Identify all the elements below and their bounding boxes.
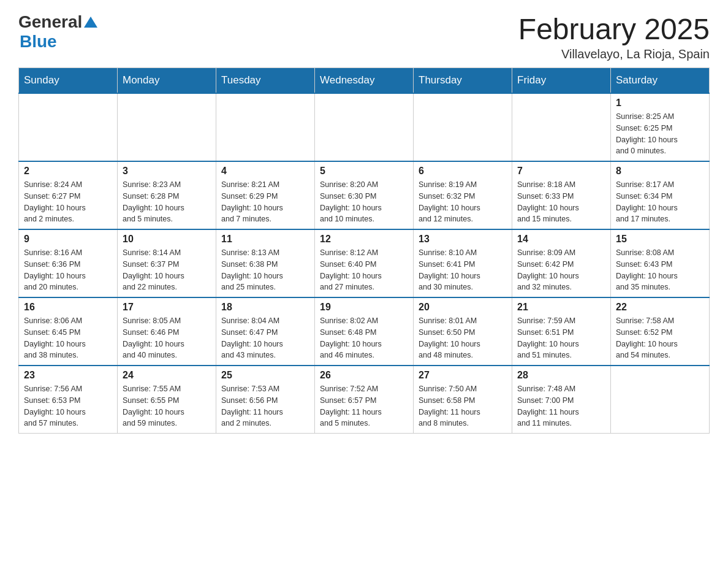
calendar-cell: 5Sunrise: 8:20 AMSunset: 6:30 PMDaylight… — [315, 161, 414, 229]
calendar-cell: 23Sunrise: 7:56 AMSunset: 6:53 PMDayligh… — [19, 366, 118, 434]
calendar-table: SundayMondayTuesdayWednesdayThursdayFrid… — [18, 67, 710, 434]
day-info: Sunrise: 8:12 AMSunset: 6:40 PMDaylight:… — [320, 247, 408, 293]
day-number: 2 — [24, 166, 112, 177]
day-number: 11 — [221, 234, 309, 245]
day-number: 12 — [320, 234, 408, 245]
day-number: 9 — [24, 234, 112, 245]
location-subtitle: Villavelayo, La Rioja, Spain — [518, 47, 710, 61]
calendar-cell: 13Sunrise: 8:10 AMSunset: 6:41 PMDayligh… — [414, 229, 512, 297]
day-info: Sunrise: 7:53 AMSunset: 6:56 PMDaylight:… — [221, 383, 309, 429]
calendar-cell: 18Sunrise: 8:04 AMSunset: 6:47 PMDayligh… — [216, 297, 315, 366]
calendar-cell — [118, 93, 216, 161]
day-info: Sunrise: 8:13 AMSunset: 6:38 PMDaylight:… — [221, 247, 309, 293]
day-number: 15 — [616, 234, 704, 245]
calendar-cell — [315, 93, 414, 161]
day-number: 14 — [517, 234, 605, 245]
day-info: Sunrise: 8:01 AMSunset: 6:50 PMDaylight:… — [419, 315, 507, 361]
day-number: 6 — [419, 166, 507, 177]
calendar-header-row: SundayMondayTuesdayWednesdayThursdayFrid… — [19, 68, 710, 94]
day-info: Sunrise: 8:25 AMSunset: 6:25 PMDaylight:… — [616, 111, 704, 157]
calendar-cell: 21Sunrise: 7:59 AMSunset: 6:51 PMDayligh… — [512, 297, 611, 366]
day-number: 26 — [320, 370, 408, 381]
day-info: Sunrise: 7:48 AMSunset: 7:00 PMDaylight:… — [517, 383, 605, 429]
logo-blue-text: Blue — [20, 32, 57, 52]
day-info: Sunrise: 8:21 AMSunset: 6:29 PMDaylight:… — [221, 179, 309, 225]
day-number: 17 — [123, 302, 211, 313]
calendar-cell: 4Sunrise: 8:21 AMSunset: 6:29 PMDaylight… — [216, 161, 315, 229]
calendar-week-5: 23Sunrise: 7:56 AMSunset: 6:53 PMDayligh… — [19, 366, 710, 434]
calendar-cell: 15Sunrise: 8:08 AMSunset: 6:43 PMDayligh… — [611, 229, 710, 297]
calendar-cell — [19, 93, 118, 161]
calendar-cell: 2Sunrise: 8:24 AMSunset: 6:27 PMDaylight… — [19, 161, 118, 229]
calendar-cell: 14Sunrise: 8:09 AMSunset: 6:42 PMDayligh… — [512, 229, 611, 297]
day-info: Sunrise: 8:10 AMSunset: 6:41 PMDaylight:… — [419, 247, 507, 293]
calendar-cell — [414, 93, 512, 161]
calendar-cell: 27Sunrise: 7:50 AMSunset: 6:58 PMDayligh… — [414, 366, 512, 434]
day-number: 7 — [517, 166, 605, 177]
title-block: February 2025 Villavelayo, La Rioja, Spa… — [518, 12, 710, 61]
calendar-cell: 6Sunrise: 8:19 AMSunset: 6:32 PMDaylight… — [414, 161, 512, 229]
day-info: Sunrise: 8:04 AMSunset: 6:47 PMDaylight:… — [221, 315, 309, 361]
day-number: 3 — [123, 166, 211, 177]
day-info: Sunrise: 8:06 AMSunset: 6:45 PMDaylight:… — [24, 315, 112, 361]
calendar-cell: 8Sunrise: 8:17 AMSunset: 6:34 PMDaylight… — [611, 161, 710, 229]
calendar-cell — [216, 93, 315, 161]
day-info: Sunrise: 7:59 AMSunset: 6:51 PMDaylight:… — [517, 315, 605, 361]
calendar-cell: 20Sunrise: 8:01 AMSunset: 6:50 PMDayligh… — [414, 297, 512, 366]
calendar-cell: 26Sunrise: 7:52 AMSunset: 6:57 PMDayligh… — [315, 366, 414, 434]
logo-triangle-icon — [84, 17, 97, 28]
page-header: General Blue February 2025 Villavelayo, … — [18, 12, 710, 61]
weekday-header-saturday: Saturday — [611, 68, 710, 94]
day-number: 10 — [123, 234, 211, 245]
day-number: 1 — [616, 98, 704, 109]
day-number: 5 — [320, 166, 408, 177]
day-info: Sunrise: 7:50 AMSunset: 6:58 PMDaylight:… — [419, 383, 507, 429]
day-info: Sunrise: 8:18 AMSunset: 6:33 PMDaylight:… — [517, 179, 605, 225]
day-number: 22 — [616, 302, 704, 313]
day-info: Sunrise: 8:09 AMSunset: 6:42 PMDaylight:… — [517, 247, 605, 293]
calendar-week-4: 16Sunrise: 8:06 AMSunset: 6:45 PMDayligh… — [19, 297, 710, 366]
logo-general-text: General — [18, 12, 82, 32]
day-info: Sunrise: 8:17 AMSunset: 6:34 PMDaylight:… — [616, 179, 704, 225]
weekday-header-friday: Friday — [512, 68, 611, 94]
calendar-cell: 3Sunrise: 8:23 AMSunset: 6:28 PMDaylight… — [118, 161, 216, 229]
day-info: Sunrise: 7:58 AMSunset: 6:52 PMDaylight:… — [616, 315, 704, 361]
day-info: Sunrise: 7:52 AMSunset: 6:57 PMDaylight:… — [320, 383, 408, 429]
calendar-cell: 1Sunrise: 8:25 AMSunset: 6:25 PMDaylight… — [611, 93, 710, 161]
day-number: 19 — [320, 302, 408, 313]
calendar-cell: 19Sunrise: 8:02 AMSunset: 6:48 PMDayligh… — [315, 297, 414, 366]
day-number: 8 — [616, 166, 704, 177]
calendar-cell — [611, 366, 710, 434]
day-info: Sunrise: 8:24 AMSunset: 6:27 PMDaylight:… — [24, 179, 112, 225]
weekday-header-monday: Monday — [118, 68, 216, 94]
calendar-cell: 28Sunrise: 7:48 AMSunset: 7:00 PMDayligh… — [512, 366, 611, 434]
calendar-cell: 9Sunrise: 8:16 AMSunset: 6:36 PMDaylight… — [19, 229, 118, 297]
day-info: Sunrise: 8:14 AMSunset: 6:37 PMDaylight:… — [123, 247, 211, 293]
day-info: Sunrise: 8:20 AMSunset: 6:30 PMDaylight:… — [320, 179, 408, 225]
calendar-cell: 25Sunrise: 7:53 AMSunset: 6:56 PMDayligh… — [216, 366, 315, 434]
calendar-cell: 17Sunrise: 8:05 AMSunset: 6:46 PMDayligh… — [118, 297, 216, 366]
day-number: 27 — [419, 370, 507, 381]
day-number: 21 — [517, 302, 605, 313]
day-number: 18 — [221, 302, 309, 313]
day-info: Sunrise: 8:02 AMSunset: 6:48 PMDaylight:… — [320, 315, 408, 361]
day-info: Sunrise: 8:05 AMSunset: 6:46 PMDaylight:… — [123, 315, 211, 361]
day-number: 23 — [24, 370, 112, 381]
day-info: Sunrise: 8:23 AMSunset: 6:28 PMDaylight:… — [123, 179, 211, 225]
calendar-week-3: 9Sunrise: 8:16 AMSunset: 6:36 PMDaylight… — [19, 229, 710, 297]
calendar-week-1: 1Sunrise: 8:25 AMSunset: 6:25 PMDaylight… — [19, 93, 710, 161]
weekday-header-thursday: Thursday — [414, 68, 512, 94]
calendar-cell: 16Sunrise: 8:06 AMSunset: 6:45 PMDayligh… — [19, 297, 118, 366]
day-number: 24 — [123, 370, 211, 381]
weekday-header-wednesday: Wednesday — [315, 68, 414, 94]
day-number: 4 — [221, 166, 309, 177]
calendar-cell: 12Sunrise: 8:12 AMSunset: 6:40 PMDayligh… — [315, 229, 414, 297]
day-number: 25 — [221, 370, 309, 381]
day-info: Sunrise: 8:16 AMSunset: 6:36 PMDaylight:… — [24, 247, 112, 293]
calendar-week-2: 2Sunrise: 8:24 AMSunset: 6:27 PMDaylight… — [19, 161, 710, 229]
day-number: 20 — [419, 302, 507, 313]
day-number: 16 — [24, 302, 112, 313]
calendar-cell: 7Sunrise: 8:18 AMSunset: 6:33 PMDaylight… — [512, 161, 611, 229]
calendar-cell — [512, 93, 611, 161]
calendar-cell: 22Sunrise: 7:58 AMSunset: 6:52 PMDayligh… — [611, 297, 710, 366]
